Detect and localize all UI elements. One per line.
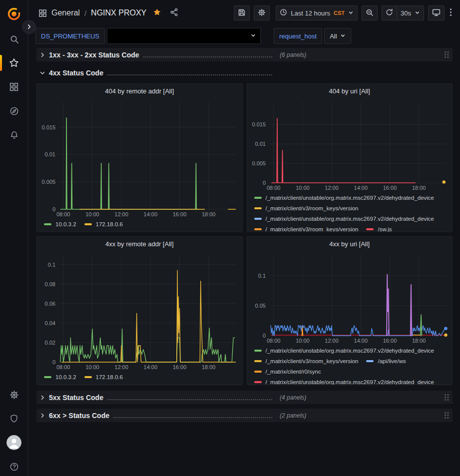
timeseries-plot[interactable]: 00.020.040.060.080.108:0010:0012:0014:00… (37, 251, 242, 371)
series-color-swatch (366, 360, 374, 362)
legend-item[interactable]: /_matrix/client/r0/sync (254, 366, 321, 377)
shield-icon (9, 414, 18, 423)
sidebar-item-explore[interactable] (0, 99, 28, 123)
sidebar-item-server-admin[interactable] (0, 407, 28, 431)
chart-svg: 00.0050.010.01508:0010:0012:0014:0016:00… (247, 98, 453, 192)
legend-item[interactable]: /_matrix/client/v3/room_keys/version (254, 203, 359, 213)
svg-text:18:00: 18:00 (412, 185, 426, 191)
row-header-6xx[interactable]: 6xx > Status Code (2 panels) (36, 409, 453, 422)
legend-item[interactable]: /sw.js (366, 224, 392, 232)
sidebar-item-starred[interactable] (0, 51, 28, 75)
svg-text:0.02: 0.02 (45, 340, 55, 346)
sidebar-item-alerting[interactable] (0, 123, 28, 147)
svg-text:18:00: 18:00 (412, 338, 426, 344)
legend-item[interactable]: 10.0.3.2 (44, 219, 76, 229)
legend-item[interactable]: 10.0.3.2 (44, 372, 76, 382)
svg-text:0.08: 0.08 (45, 281, 55, 287)
svg-text:08:00: 08:00 (56, 364, 70, 370)
breadcrumb-folder[interactable]: General (51, 8, 80, 17)
row-drag-handle[interactable] (444, 51, 450, 58)
row-drag-handle[interactable] (444, 394, 450, 401)
series-label: /_matrix/client/unstable/org.matrix.msc2… (266, 195, 435, 201)
row-header-1xx-3xx-2xx[interactable]: 1xx - 3xx - 2xx Status Code (6 panels) (36, 48, 453, 61)
row-panel-count: (2 panels) (280, 412, 306, 419)
expand-sidebar-button[interactable] (22, 20, 36, 34)
sidebar-item-help[interactable] (0, 455, 28, 476)
side-navigation (0, 0, 28, 476)
avatar (6, 435, 21, 450)
legend-item[interactable]: /_matrix/client/unstable/org.matrix.msc2… (254, 213, 435, 224)
variable-datasource-select[interactable] (107, 28, 261, 44)
chevron-down-icon (39, 70, 45, 76)
svg-text:0.04: 0.04 (45, 320, 55, 326)
bell-icon (9, 130, 19, 140)
row-drag-handle[interactable] (444, 412, 450, 419)
legend-item[interactable]: /_matrix/client/v3/room_keys/version (254, 224, 359, 232)
svg-text:08:00: 08:00 (56, 211, 70, 217)
legend-item[interactable]: 172.18.0.6 (84, 372, 123, 382)
refresh-button[interactable] (382, 5, 397, 20)
time-range-picker[interactable]: Last 12 hours CST (276, 5, 358, 20)
timeseries-plot[interactable]: 00.050.108:0010:0012:0014:0016:0018:00 (247, 251, 453, 345)
variable-datasource-label[interactable]: DS_PROMETHEUS (35, 28, 105, 44)
sidebar-item-configuration[interactable] (0, 383, 28, 407)
timeseries-plot[interactable]: 00.0050.010.01508:0010:0012:0014:0016:00… (247, 98, 453, 192)
variable-request-host-label[interactable]: request_host (274, 28, 322, 44)
svg-text:10:00: 10:00 (85, 364, 99, 370)
dashboard-topbar: General / NGINX PROXY (28, 0, 460, 26)
series-color-swatch (84, 223, 92, 225)
svg-text:10:00: 10:00 (296, 185, 310, 191)
legend-item[interactable]: /_matrix/client/unstable/org.matrix.msc2… (254, 192, 435, 203)
refresh-icon (386, 8, 393, 17)
svg-text:16:00: 16:00 (173, 211, 187, 217)
refresh-interval-select[interactable]: 30s (397, 5, 424, 20)
series-label: 172.18.0.6 (96, 221, 123, 227)
svg-text:08:00: 08:00 (266, 185, 280, 191)
sidebar-item-profile[interactable] (0, 431, 28, 455)
svg-text:14:00: 14:00 (144, 364, 158, 370)
panel-legend: /_matrix/client/unstable/org.matrix.msc2… (247, 345, 453, 385)
zoom-out-time-button[interactable] (362, 5, 378, 20)
more-options-button[interactable] (449, 7, 453, 19)
svg-text:16:00: 16:00 (173, 364, 187, 370)
series-label: /_matrix/client/r0/sync (266, 369, 321, 375)
gear-icon (9, 390, 19, 400)
share-button[interactable] (168, 6, 180, 20)
chevron-down-icon (415, 9, 420, 17)
panel-title[interactable]: 404 by uri [All] (247, 84, 453, 98)
svg-text:0.015: 0.015 (41, 124, 55, 130)
series-label: /_matrix/client/v3/room_keys/version (266, 358, 359, 364)
dashboard-variables-bar: DS_PROMETHEUS request_host All (28, 26, 460, 46)
series-color-swatch (44, 376, 51, 378)
series-label: 10.0.3.2 (55, 374, 76, 380)
panel-4xx-by-uri: 4xx by uri [All] 00.050.108:0010:0012:00… (247, 236, 453, 385)
favorite-star-button[interactable] (151, 6, 163, 20)
dashboard-settings-button[interactable] (254, 5, 270, 20)
legend-item[interactable]: /_matrix/client/unstable/org.matrix.msc2… (254, 377, 435, 385)
legend-item[interactable]: /api/live/ws (366, 356, 406, 366)
legend-item[interactable]: /_matrix/client/v3/room_keys/version (254, 356, 359, 366)
save-dashboard-button[interactable] (234, 5, 250, 20)
sidebar-item-dashboards[interactable] (0, 75, 28, 99)
timeseries-plot[interactable]: 00.0050.010.01508:0010:0012:0014:0016:00… (37, 98, 242, 218)
save-icon (238, 8, 246, 18)
row-panel-count: (4 panels) (280, 394, 306, 401)
svg-text:14:00: 14:00 (354, 338, 368, 344)
dashboard-title[interactable]: NGINX PROXY (91, 8, 146, 17)
svg-text:0: 0 (52, 359, 55, 365)
breadcrumb-divider: / (84, 9, 86, 17)
grafana-logo[interactable] (0, 4, 28, 24)
row-header-5xx[interactable]: 5xx Status Code (4 panels) (36, 391, 453, 404)
panel-title[interactable]: 404 by remote addr [All] (37, 84, 242, 98)
panel-title[interactable]: 4xx by remote addr [All] (37, 237, 242, 251)
series-color-swatch (84, 376, 92, 378)
chevron-down-icon (340, 32, 346, 40)
variable-request-host-select[interactable]: All (324, 28, 351, 44)
panel-title[interactable]: 4xx by uri [All] (247, 237, 453, 251)
legend-item[interactable]: /_matrix/client/unstable/org.matrix.msc2… (254, 345, 435, 356)
svg-text:16:00: 16:00 (383, 185, 397, 191)
legend-item[interactable]: 172.18.0.6 (84, 219, 123, 229)
cycle-view-mode-button[interactable] (428, 5, 445, 20)
row-dotted-leader (107, 74, 272, 75)
row-header-4xx[interactable]: 4xx Status Code (36, 66, 453, 79)
